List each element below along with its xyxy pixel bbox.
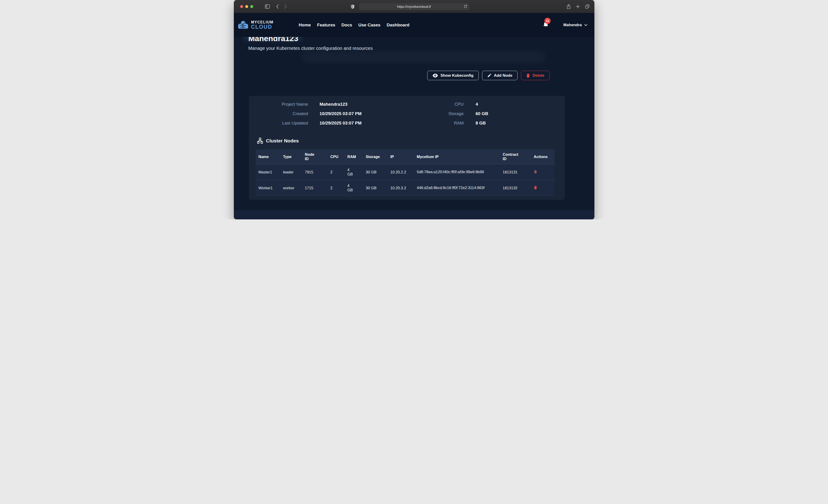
table-header-row: Name Type Node ID CPU RAM Storage IP Myc… <box>256 149 554 164</box>
user-name: Mahendra <box>563 23 582 27</box>
cpu-label: CPU <box>381 102 464 107</box>
node-storage: 30 GB <box>363 180 388 196</box>
col-cpu: CPU <box>328 149 345 164</box>
trash-icon <box>534 185 537 190</box>
show-kubeconfig-button[interactable]: Show Kubeconfig <box>427 71 479 80</box>
trash-icon <box>534 170 537 174</box>
sidebar-toggle-icon[interactable] <box>265 4 270 9</box>
new-tab-icon[interactable] <box>576 4 580 9</box>
address-bar[interactable]: https://myceliumcloud.tf <box>359 3 469 10</box>
cluster-nodes-title: Cluster Nodes <box>266 138 299 143</box>
cluster-nodes-table: Name Type Node ID CPU RAM Storage IP Myc… <box>256 149 554 196</box>
node-name: Worker1 <box>256 180 280 196</box>
col-mycelium-ip: Mycelium IP <box>414 149 500 164</box>
blur-artifact <box>303 52 544 62</box>
close-window-button[interactable] <box>240 5 243 8</box>
node-mycelium-ip: 5d8:78ea:a120:f40c:ff0f:a5fe:99e6:8b96 <box>414 164 500 180</box>
nav-item-home[interactable]: Home <box>299 23 311 28</box>
node-storage: 30 GB <box>363 164 388 180</box>
node-actions <box>531 164 554 180</box>
col-ip: IP <box>388 149 414 164</box>
minimize-window-button[interactable] <box>245 5 248 8</box>
forward-icon[interactable] <box>284 4 287 9</box>
brand-name-bottom: CLOUD <box>251 24 274 30</box>
reload-icon[interactable] <box>464 4 467 8</box>
node-ip: 10.20.2.2 <box>388 164 414 180</box>
project-info: Project Name Mahendra123 CPU 4 Created 1… <box>249 102 565 126</box>
node-type: leader <box>280 164 302 180</box>
cluster-details-panel: Project Name Mahendra123 CPU 4 Created 1… <box>249 96 565 200</box>
project-name-value: Mahendra123 <box>308 102 381 107</box>
node-cpu: 2 <box>328 164 345 180</box>
chevron-down-icon <box>584 24 587 26</box>
pencil-icon <box>487 74 491 77</box>
node-cpu: 2 <box>328 180 345 196</box>
main-navigation: Home Features Docs Use Cases Dashboard <box>299 23 410 28</box>
table-row: Master1 leader 7915 2 4 GB 30 GB 10.20.2… <box>256 164 554 180</box>
footer-strip <box>234 210 594 219</box>
col-name: Name <box>256 149 280 164</box>
delete-cluster-button[interactable]: Delete <box>521 71 549 80</box>
site-navbar: MYCELIUM CLOUD Home Features Docs Use Ca… <box>234 13 594 37</box>
delete-node-button[interactable] <box>534 185 537 190</box>
ram-value: 8 GB <box>464 121 565 126</box>
node-name: Master1 <box>256 164 280 180</box>
created-label: Created <box>249 111 308 116</box>
node-contract-id: 1613131 <box>500 164 531 180</box>
storage-label: Storage <box>381 111 464 116</box>
node-actions <box>531 180 554 196</box>
col-actions: Actions <box>531 149 554 164</box>
cpu-value: 4 <box>464 102 565 107</box>
col-ram: RAM <box>345 149 363 164</box>
node-ip: 10.20.3.2 <box>388 180 414 196</box>
privacy-shield-icon[interactable] <box>351 4 355 9</box>
mycelium-cloud-logo-icon <box>237 20 249 30</box>
node-id: 1715 <box>302 180 328 196</box>
brand-logo[interactable]: MYCELIUM CLOUD <box>237 20 274 30</box>
node-id: 7915 <box>302 164 328 180</box>
node-contract-id: 1613132 <box>500 180 531 196</box>
node-ram: 4 GB <box>345 180 363 196</box>
created-value: 10/29/2025 03:07 PM <box>308 111 381 116</box>
url-text: https://myceliumcloud.tf <box>397 5 431 8</box>
back-icon[interactable] <box>276 4 279 9</box>
delete-label: Delete <box>533 73 544 78</box>
nav-item-features[interactable]: Features <box>317 23 335 28</box>
user-menu[interactable]: Mahendra <box>563 23 587 27</box>
node-mycelium-ip: 446:d2a6:8bcd:8c16:ff0f:72e2:3114:863f <box>414 180 500 196</box>
browser-chrome: https://myceliumcloud.tf <box>234 0 594 13</box>
col-storage: Storage <box>363 149 388 164</box>
tab-overview-icon[interactable] <box>585 4 590 9</box>
col-type: Type <box>280 149 302 164</box>
col-node-id: Node ID <box>302 149 328 164</box>
cluster-actions-toolbar: Show Kubeconfig Add Node Delete <box>234 71 594 80</box>
storage-value: 60 GB <box>464 111 565 116</box>
notification-count-badge: 11 <box>544 18 551 24</box>
col-contract-id: Contract ID <box>500 149 531 164</box>
brand-name-top: MYCELIUM <box>251 20 274 24</box>
cluster-nodes-icon <box>257 138 263 144</box>
node-ram: 4 GB <box>345 164 363 180</box>
page-subtitle: Manage your Kubernetes cluster configura… <box>248 46 594 51</box>
add-node-button[interactable]: Add Node <box>482 71 518 80</box>
browser-window: https://myceliumcloud.tf <box>234 0 594 219</box>
project-name-label: Project Name <box>249 102 308 107</box>
add-node-label: Add Node <box>494 73 512 78</box>
node-type: worker <box>280 180 302 196</box>
window-controls <box>240 5 253 8</box>
page-content: Mahendra123 Manage your Kubernetes clust… <box>234 37 594 219</box>
cluster-nodes-heading: Cluster Nodes <box>257 138 565 144</box>
share-icon[interactable] <box>567 4 571 9</box>
nav-item-dashboard[interactable]: Dashboard <box>386 23 409 28</box>
table-row: Worker1 worker 1715 2 4 GB 30 GB 10.20.3… <box>256 180 554 196</box>
eye-icon <box>432 74 438 78</box>
notifications-button[interactable]: 11 <box>543 22 548 29</box>
delete-node-button[interactable] <box>534 170 537 174</box>
nav-item-use-cases[interactable]: Use Cases <box>358 23 380 28</box>
nav-item-docs[interactable]: Docs <box>341 23 352 28</box>
show-kubeconfig-label: Show Kubeconfig <box>441 73 473 78</box>
ram-label: RAM <box>381 121 464 126</box>
trash-icon <box>526 74 530 78</box>
zoom-window-button[interactable] <box>250 5 253 8</box>
last-updated-value: 10/29/2025 03:07 PM <box>308 121 381 126</box>
